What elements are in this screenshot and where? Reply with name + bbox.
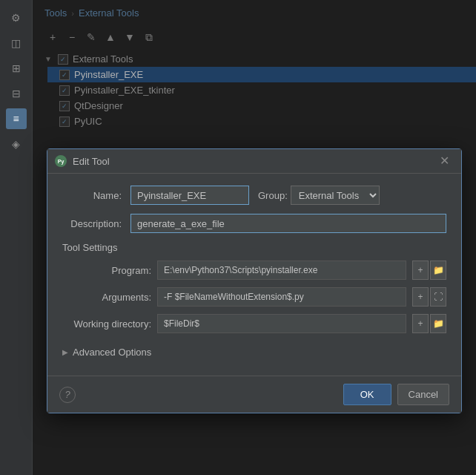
dialog-titlebar: Py Edit Tool ✕ xyxy=(47,149,461,174)
working-dir-label: Working directory: xyxy=(70,318,151,330)
sidebar-icon-3[interactable]: ⊞ xyxy=(6,58,27,79)
dialog-title-left: Py Edit Tool xyxy=(55,155,110,167)
sidebar-icon-6[interactable]: ◈ xyxy=(6,134,27,154)
arguments-buttons: + ⛶ xyxy=(412,287,446,307)
group-label: Group: xyxy=(258,190,288,201)
arguments-input[interactable] xyxy=(157,287,406,307)
working-dir-input[interactable] xyxy=(157,314,406,333)
description-input[interactable] xyxy=(130,214,446,233)
advanced-options-label: Advanced Options xyxy=(73,347,151,358)
dialog-footer: ? OK Cancel xyxy=(47,376,461,413)
sidebar-icon-5[interactable]: ≡ xyxy=(6,108,27,129)
modal-overlay: Py Edit Tool ✕ Name: Group: External Too… xyxy=(33,0,476,475)
description-row: Description: xyxy=(62,214,446,233)
main-content: Tools › External Tools + − ✎ ▲ ▼ ⧉ ▼ Ext… xyxy=(33,0,476,475)
sidebar-icon-2[interactable]: ◫ xyxy=(6,33,27,53)
arguments-row: Arguments: + ⛶ xyxy=(70,287,446,307)
left-sidebar: ⚙ ◫ ⊞ ⊟ ≡ ◈ xyxy=(0,0,33,475)
working-dir-buttons: + 📁 xyxy=(412,314,446,333)
program-row: Program: + 📁 xyxy=(70,261,446,280)
footer-actions: OK Cancel xyxy=(343,384,449,405)
group-wrapper: Group: External Tools xyxy=(258,186,380,205)
dialog-close-button[interactable]: ✕ xyxy=(435,154,454,168)
working-dir-browse-button[interactable]: 📁 xyxy=(430,314,446,333)
dialog-title: Edit Tool xyxy=(73,156,110,167)
arguments-add-button[interactable]: + xyxy=(412,287,429,307)
name-input[interactable] xyxy=(130,186,249,205)
group-select[interactable]: External Tools xyxy=(291,186,380,205)
arguments-expand-button[interactable]: ⛶ xyxy=(430,287,446,307)
description-label: Description: xyxy=(62,218,122,229)
tool-settings: Program: + 📁 Arguments: + ⛶ xyxy=(70,261,446,333)
advanced-arrow-icon: ▶ xyxy=(62,348,68,356)
program-add-button[interactable]: + xyxy=(412,261,429,280)
edit-tool-dialog: Py Edit Tool ✕ Name: Group: External Too… xyxy=(47,148,462,413)
program-label: Program: xyxy=(70,265,151,276)
sidebar-icon-1[interactable]: ⚙ xyxy=(6,7,27,28)
ok-button[interactable]: OK xyxy=(343,384,391,405)
program-input[interactable] xyxy=(157,261,406,280)
arguments-label: Arguments: xyxy=(70,292,151,303)
name-label: Name: xyxy=(62,190,122,201)
sidebar-icon-4[interactable]: ⊟ xyxy=(6,83,27,104)
help-button[interactable]: ? xyxy=(59,387,76,403)
tool-settings-title: Tool Settings xyxy=(62,242,446,253)
working-dir-row: Working directory: + 📁 xyxy=(70,314,446,333)
dialog-app-icon: Py xyxy=(55,155,67,167)
program-buttons: + 📁 xyxy=(412,261,446,280)
dialog-body: Name: Group: External Tools Description: xyxy=(47,174,461,376)
advanced-options[interactable]: ▶ Advanced Options xyxy=(62,341,446,364)
program-browse-button[interactable]: 📁 xyxy=(430,261,446,280)
working-dir-add-button[interactable]: + xyxy=(412,314,429,333)
cancel-button[interactable]: Cancel xyxy=(397,384,449,405)
name-group-row: Name: Group: External Tools xyxy=(62,186,446,205)
